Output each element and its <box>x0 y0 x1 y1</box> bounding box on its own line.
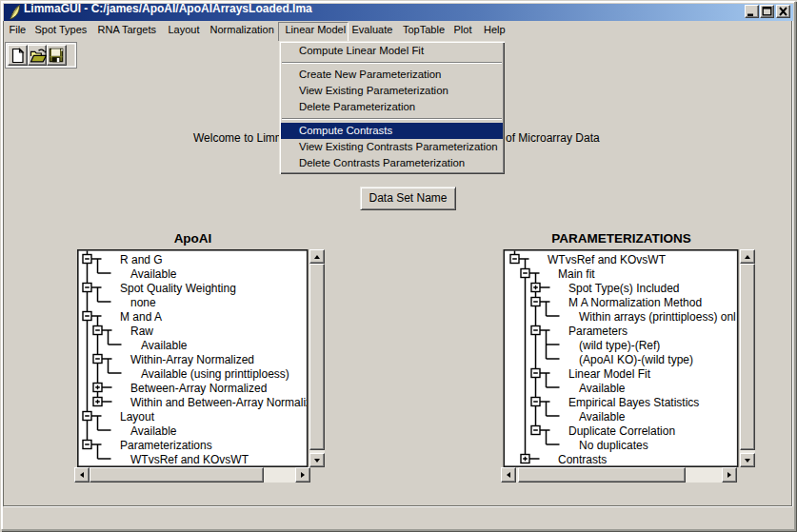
svg-text:Parameters: Parameters <box>568 325 628 338</box>
svg-text:No duplicates: No duplicates <box>579 439 648 452</box>
svg-text:Spot Type(s) Included: Spot Type(s) Included <box>568 282 680 295</box>
svg-text:Within arrays (printtiploess): Within arrays (printtiploess) onl <box>579 310 736 324</box>
svg-text:Available: Available <box>579 382 626 395</box>
svg-text:Available: Available <box>579 410 626 424</box>
svg-text:(wild type)-(Ref): (wild type)-(Ref) <box>579 339 660 352</box>
svg-text:Main fit: Main fit <box>558 267 595 281</box>
svg-text:M A Normalization Method: M A Normalization Method <box>568 296 702 309</box>
svg-text:(ApoAI KO)-(wild type): (ApoAI KO)-(wild type) <box>579 353 693 366</box>
svg-text:Empirical Bayes Statistics: Empirical Bayes Statistics <box>568 396 699 409</box>
svg-text:Linear Model Fit: Linear Model Fit <box>568 367 651 381</box>
svg-text:WTvsRef and KOvsWT: WTvsRef and KOvsWT <box>548 253 667 266</box>
svg-text:Duplicate Correlation: Duplicate Correlation <box>568 424 675 438</box>
svg-text:Contrasts: Contrasts <box>558 453 607 466</box>
